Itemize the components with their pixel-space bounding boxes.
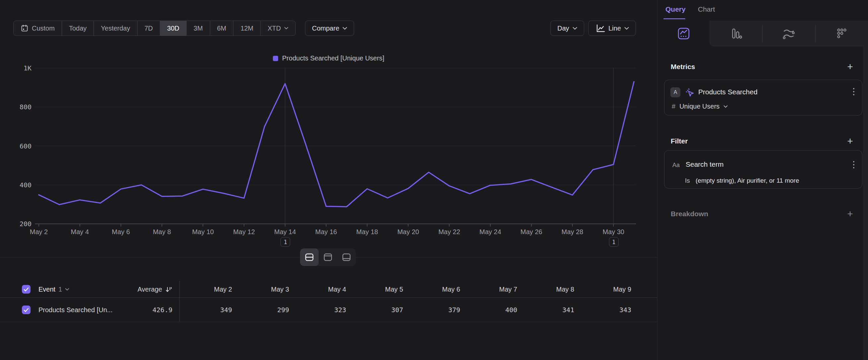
kebab-menu-icon[interactable] <box>853 87 855 96</box>
query-sidebar: Query Chart Metrics + A Products Searche… <box>657 0 868 360</box>
chevron-down-icon <box>342 27 347 30</box>
table-cell-value: 307 <box>346 306 403 314</box>
event-column-header[interactable]: Event 1 <box>38 286 69 293</box>
sort-icon <box>165 286 173 293</box>
granularity-button[interactable]: Day <box>550 21 584 36</box>
funnel-bars-icon <box>730 27 742 40</box>
date-range-yesterday[interactable]: Yesterday <box>94 21 137 35</box>
chevron-down-icon <box>723 105 728 108</box>
add-breakdown-button[interactable]: + <box>844 208 856 220</box>
x-axis-label: May 6 <box>112 228 130 236</box>
date-column-header: May 9 <box>574 286 631 293</box>
metrics-heading: Metrics <box>671 63 695 71</box>
date-range-today[interactable]: Today <box>62 21 94 35</box>
scrollbar-track[interactable] <box>863 47 868 360</box>
x-axis-label: May 2 <box>30 228 48 236</box>
event-count: 1 <box>58 286 62 293</box>
date-range-3m[interactable]: 3M <box>187 21 210 35</box>
date-range-7d[interactable]: 7D <box>137 21 160 35</box>
insights-icon <box>677 27 690 40</box>
layout-split-button[interactable] <box>300 248 319 266</box>
add-metric-button[interactable]: + <box>844 61 856 73</box>
viz-tab-insights[interactable] <box>657 21 710 47</box>
kebab-menu-icon[interactable] <box>853 160 855 170</box>
x-axis-label: May 20 <box>397 228 419 236</box>
date-range-30d[interactable]: 30D <box>160 21 187 35</box>
date-range-12m[interactable]: 12M <box>234 21 260 35</box>
check-icon <box>24 308 29 312</box>
date-range-control: CustomTodayYesterday7D30D3M6M12MXTD <box>13 21 296 36</box>
layout-chart-only-button[interactable] <box>319 248 337 266</box>
x-axis-label: May 24 <box>479 228 501 236</box>
x-axis-label: May 10 <box>192 228 214 236</box>
tab-chart[interactable]: Chart <box>698 5 715 13</box>
filter-heading: Filter <box>671 137 688 145</box>
date-column-header: May 6 <box>403 286 460 293</box>
date-column-header: May 7 <box>460 286 517 293</box>
viz-tab-funnels[interactable] <box>710 21 762 47</box>
layout-table-only-button[interactable] <box>337 248 356 266</box>
line-chart: 2004006008001KMay 2May 4May 6May 8May 10… <box>0 0 657 252</box>
breakdown-heading: Breakdown <box>671 210 708 218</box>
x-axis-label: May 18 <box>356 228 378 236</box>
table-cell-value: 400 <box>460 306 517 314</box>
text-property-icon: Aa <box>672 162 680 169</box>
x-axis-label: May 26 <box>521 228 542 236</box>
chart-series-line <box>39 82 634 206</box>
table-cell-value: 299 <box>232 306 289 314</box>
annotation-badge[interactable]: 1 <box>280 237 290 247</box>
measure-selector[interactable]: # Unique Users <box>672 103 728 110</box>
x-axis-label: May 22 <box>438 228 460 236</box>
add-filter-button[interactable]: + <box>844 136 856 147</box>
metric-card[interactable]: A Products Searched # Unique Users <box>664 80 862 116</box>
event-label: Event <box>38 286 55 293</box>
average-column-header[interactable]: Average <box>93 286 173 293</box>
row-checkbox[interactable] <box>22 306 31 314</box>
y-axis-label: 200 <box>20 220 31 228</box>
x-axis-label: May 14 <box>274 228 296 236</box>
chevron-down-icon <box>284 27 288 30</box>
chevron-down-icon <box>572 27 577 30</box>
row-average-value: 426.9 <box>93 306 173 314</box>
annotation-badge[interactable]: 1 <box>609 237 619 247</box>
x-axis-label: May 30 <box>602 228 624 236</box>
date-range-custom[interactable]: Custom <box>13 21 62 35</box>
y-axis-label: 600 <box>20 142 31 150</box>
visualization-tab-strip <box>657 21 868 47</box>
legend-label: Products Searched [Unique Users] <box>282 54 384 62</box>
filter-property-name[interactable]: Search term <box>686 160 723 168</box>
select-all-checkbox[interactable] <box>22 285 31 294</box>
chart-type-button[interactable]: Line <box>588 21 636 36</box>
compare-button[interactable]: Compare <box>305 21 354 36</box>
x-axis-label: May 4 <box>71 228 89 236</box>
x-axis-label: May 28 <box>562 228 584 236</box>
tab-query[interactable]: Query <box>665 5 686 13</box>
active-tab-underline <box>663 18 685 19</box>
date-range-xtd[interactable]: XTD <box>260 21 296 35</box>
filter-operator[interactable]: Is <box>685 177 690 184</box>
chart-legend[interactable]: Products Searched [Unique Users] <box>0 54 657 62</box>
table-header-row: Event 1 Average May 2May 3May 4May 5May … <box>0 281 657 298</box>
event-click-icon <box>684 87 695 98</box>
layout-bottom-icon <box>341 253 351 262</box>
filter-value[interactable]: (empty string), Air purifier, or 11 more <box>695 177 799 184</box>
main-panel: CustomTodayYesterday7D30D3M6M12MXTD Comp… <box>0 0 657 360</box>
table-cell-value: 349 <box>175 306 232 314</box>
flow-icon <box>782 27 795 40</box>
date-range-6m[interactable]: 6M <box>210 21 234 35</box>
viz-tab-flows[interactable] <box>762 21 815 47</box>
y-axis-label: 400 <box>20 181 31 189</box>
filter-card[interactable]: Aa Search term Is (empty string), Air pu… <box>664 150 862 189</box>
date-column-header: May 4 <box>289 286 346 293</box>
average-label: Average <box>137 286 162 293</box>
legend-swatch <box>273 56 278 61</box>
retention-dots-icon <box>836 27 848 40</box>
x-axis-label: May 12 <box>233 228 255 236</box>
layout-split-icon <box>304 253 314 262</box>
hash-icon: # <box>672 103 675 110</box>
results-table: Event 1 Average May 2May 3May 4May 5May … <box>0 281 657 322</box>
table-cell-value: 379 <box>403 306 460 314</box>
viz-tab-retention[interactable] <box>815 21 868 47</box>
metric-name[interactable]: Products Searched <box>698 88 757 96</box>
date-column-header: May 5 <box>346 286 403 293</box>
